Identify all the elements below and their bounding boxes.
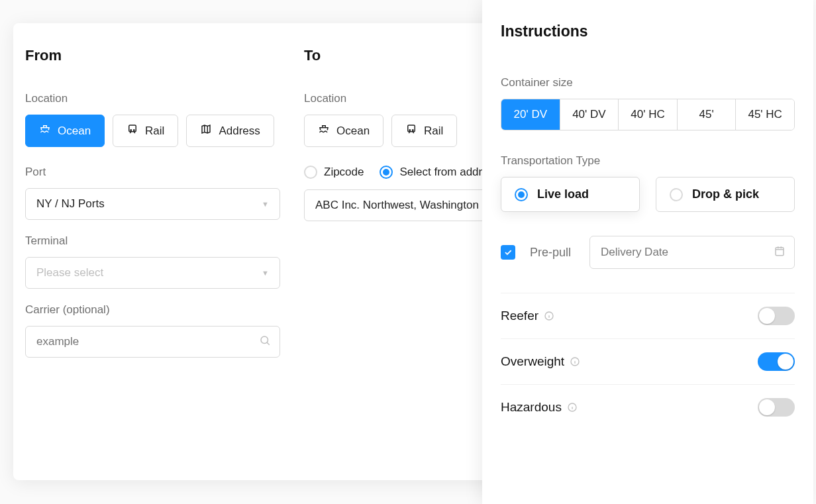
transport-drop-pick-option[interactable]: Drop & pick xyxy=(656,177,795,212)
chevron-down-icon: ▼ xyxy=(262,200,269,208)
overweight-row: Overweight xyxy=(501,338,795,384)
reefer-row: Reefer xyxy=(501,293,795,338)
container-size-45[interactable]: 45' xyxy=(678,99,737,130)
carrier-label: Carrier (optional) xyxy=(25,303,280,317)
calendar-icon xyxy=(774,245,786,260)
from-title: From xyxy=(25,47,280,64)
from-location-group: Ocean Rail Address xyxy=(25,115,280,147)
prepull-label: Pre-pull xyxy=(530,246,571,260)
from-column: From Location Ocean Rail xyxy=(13,47,292,358)
svg-point-3 xyxy=(261,336,268,344)
to-location-ocean-button[interactable]: Ocean xyxy=(304,115,383,147)
info-icon[interactable] xyxy=(567,402,578,413)
info-icon[interactable] xyxy=(544,311,554,321)
ship-icon xyxy=(318,123,330,138)
to-location-rail-button[interactable]: Rail xyxy=(391,115,457,147)
prepull-row: Pre-pull xyxy=(501,236,795,269)
svg-point-6 xyxy=(413,130,414,131)
from-location-ocean-button[interactable]: Ocean xyxy=(25,115,105,147)
search-icon xyxy=(259,334,271,349)
check-icon xyxy=(503,248,513,257)
instructions-title: Instructions xyxy=(501,23,795,40)
radio-icon xyxy=(670,188,683,201)
container-size-45hc[interactable]: 45' HC xyxy=(736,99,794,130)
terminal-label: Terminal xyxy=(25,234,280,248)
port-label: Port xyxy=(25,166,280,179)
hazardous-toggle[interactable] xyxy=(758,398,795,417)
transport-type-label: Transportation Type xyxy=(501,154,795,168)
instructions-panel: Instructions Container size 20' DV 40' D… xyxy=(482,0,813,504)
container-size-label: Container size xyxy=(501,76,795,89)
svg-point-5 xyxy=(409,130,411,131)
chevron-down-icon: ▼ xyxy=(262,269,269,277)
map-icon xyxy=(200,123,212,138)
svg-point-2 xyxy=(134,130,135,131)
info-icon[interactable] xyxy=(570,356,580,367)
svg-rect-0 xyxy=(129,125,136,132)
radio-icon xyxy=(515,188,528,201)
container-size-40dv[interactable]: 40' DV xyxy=(560,99,619,130)
svg-rect-4 xyxy=(408,125,415,132)
container-size-group: 20' DV 40' DV 40' HC 45' 45' HC xyxy=(501,99,795,130)
container-size-40hc[interactable]: 40' HC xyxy=(619,99,678,130)
reefer-toggle[interactable] xyxy=(758,307,795,325)
reefer-label: Reefer xyxy=(501,309,538,323)
zipcode-radio[interactable]: Zipcode xyxy=(304,166,364,179)
from-location-label: Location xyxy=(25,92,280,105)
radio-icon xyxy=(304,166,317,179)
ship-icon xyxy=(39,123,51,138)
container-size-20dv[interactable]: 20' DV xyxy=(501,99,560,130)
hazardous-row: Hazardous xyxy=(501,384,795,430)
carrier-input[interactable] xyxy=(25,326,280,358)
hazardous-label: Hazardous xyxy=(501,400,562,415)
prepull-checkbox[interactable] xyxy=(501,245,515,260)
overweight-toggle[interactable] xyxy=(758,352,795,371)
terminal-select[interactable]: Please select ▼ xyxy=(25,257,280,289)
transport-type-group: Live load Drop & pick xyxy=(501,177,795,212)
from-location-address-button[interactable]: Address xyxy=(186,115,274,147)
svg-rect-7 xyxy=(776,248,784,256)
svg-point-1 xyxy=(130,130,132,131)
train-icon xyxy=(127,123,138,138)
port-select[interactable]: NY / NJ Ports ▼ xyxy=(25,188,280,220)
overweight-label: Overweight xyxy=(501,354,564,369)
radio-icon xyxy=(380,166,393,179)
from-location-rail-button[interactable]: Rail xyxy=(113,115,178,147)
transport-live-load-option[interactable]: Live load xyxy=(501,177,640,212)
delivery-date-input[interactable] xyxy=(589,236,795,269)
train-icon xyxy=(405,123,417,138)
